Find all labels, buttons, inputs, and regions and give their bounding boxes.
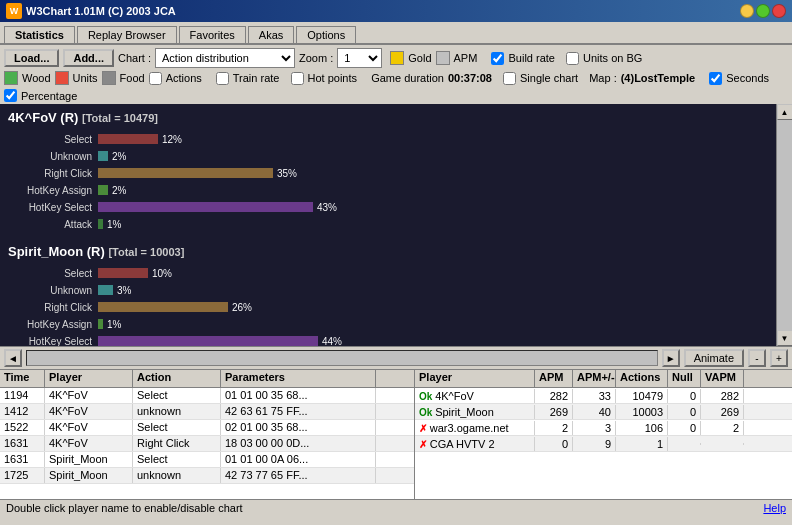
right-table-row[interactable]: Ok 4K^FoV28233104790282: [415, 388, 792, 404]
action-row: Right Click35%: [8, 165, 768, 181]
minimize-button[interactable]: [740, 4, 754, 18]
load-button[interactable]: Load...: [4, 49, 59, 67]
td-parameters: 02 01 00 35 68...: [221, 420, 376, 435]
status-badge: Ok: [419, 407, 435, 418]
actions-checkbox[interactable]: [149, 72, 162, 85]
bar-container: 44%: [98, 335, 768, 346]
window-title: W3Chart 1.01M (C) 2003 JCA: [26, 5, 176, 17]
bar-percent: 3%: [117, 285, 131, 296]
td-player: 4K^FoV: [45, 404, 133, 419]
actions-label: Actions: [166, 72, 202, 84]
right-table-row[interactable]: Ok Spirit_Moon26940100030269: [415, 404, 792, 420]
chart-select[interactable]: Action distribution APM over time Resour…: [155, 48, 295, 68]
player-section: Spirit_Moon (R) [Total = 10003]Select10%…: [8, 244, 768, 346]
units-on-bg-label: Units on BG: [583, 52, 642, 64]
action-row: Unknown2%: [8, 148, 768, 164]
rth-apm: APM: [535, 370, 573, 387]
gold-legend-box: [390, 51, 404, 65]
app-icon: W: [6, 3, 22, 19]
td-time: 1194: [0, 388, 45, 403]
units-on-bg-checkbox[interactable]: [566, 52, 579, 65]
single-chart-label: Single chart: [520, 72, 578, 84]
scroll-up-button[interactable]: ▲: [777, 104, 793, 120]
td-action: Right Click: [133, 436, 221, 451]
wood-label: Wood: [22, 72, 51, 84]
action-label: HotKey Assign: [8, 319, 98, 330]
help-link[interactable]: Help: [763, 502, 786, 514]
zoom-select[interactable]: 1 2 4: [337, 48, 382, 68]
bar-percent: 1%: [107, 319, 121, 330]
tab-favorites[interactable]: Favorites: [179, 26, 246, 43]
gold-label: Gold: [408, 52, 431, 64]
percentage-checkbox[interactable]: [4, 89, 17, 102]
tab-akas[interactable]: Akas: [248, 26, 294, 43]
td-actions: 10003: [616, 405, 668, 419]
bar-percent: 2%: [112, 185, 126, 196]
title-bar-left: W W3Chart 1.01M (C) 2003 JCA: [6, 3, 176, 19]
status-badge: Ok: [419, 391, 435, 402]
train-rate-checkbox[interactable]: [216, 72, 229, 85]
action-row: Select12%: [8, 131, 768, 147]
table-row[interactable]: 11944K^FoVSelect01 01 00 35 68...: [0, 388, 414, 404]
td-apm_pm: 33: [573, 389, 616, 403]
train-rate-label: Train rate: [233, 72, 280, 84]
maximize-button[interactable]: [756, 4, 770, 18]
close-button[interactable]: [772, 4, 786, 18]
title-bar: W W3Chart 1.01M (C) 2003 JCA: [0, 0, 792, 22]
tab-statistics[interactable]: Statistics: [4, 26, 75, 43]
nav-minus-button[interactable]: -: [748, 349, 766, 367]
percentage-label: Percentage: [21, 90, 77, 102]
left-table-body[interactable]: 11944K^FoVSelect01 01 00 35 68...14124K^…: [0, 388, 414, 499]
hot-points-checkbox[interactable]: [291, 72, 304, 85]
rth-null: Null: [668, 370, 701, 387]
table-row[interactable]: 1631Spirit_MoonSelect01 01 00 0A 06...: [0, 452, 414, 468]
td-player: Ok 4K^FoV: [415, 389, 535, 403]
action-row: HotKey Select43%: [8, 199, 768, 215]
bottom-scrollbar[interactable]: [26, 350, 658, 366]
th-action: Action: [133, 370, 221, 387]
map-label: Map :: [589, 72, 617, 84]
tab-options[interactable]: Options: [296, 26, 356, 43]
player-title: Spirit_Moon (R) [Total = 10003]: [8, 244, 768, 259]
title-buttons[interactable]: [740, 4, 786, 18]
right-table-body[interactable]: Ok 4K^FoV28233104790282Ok Spirit_Moon269…: [415, 388, 792, 499]
td-time: 1725: [0, 468, 45, 483]
action-row: Unknown3%: [8, 282, 768, 298]
action-bar: [98, 285, 113, 295]
table-row[interactable]: 1725Spirit_Moonunknown42 73 77 65 FF...: [0, 468, 414, 484]
bar-container: 2%: [98, 184, 768, 196]
action-label: Attack: [8, 219, 98, 230]
add-button[interactable]: Add...: [63, 49, 114, 67]
build-rate-checkbox[interactable]: [491, 52, 504, 65]
data-section: Time Player Action Parameters 11944K^FoV…: [0, 369, 792, 499]
units-label: Units: [73, 72, 98, 84]
td-parameters: 01 01 00 0A 06...: [221, 452, 376, 467]
scroll-left-button[interactable]: ◄: [4, 349, 22, 367]
toolbar: Load... Add... Chart : Action distributi…: [0, 45, 792, 71]
animate-button[interactable]: Animate: [684, 349, 744, 367]
right-table-row[interactable]: ✗ war3.ogame.net2310602: [415, 420, 792, 436]
seconds-checkbox[interactable]: [709, 72, 722, 85]
action-bar: [98, 134, 158, 144]
scroll-right-button[interactable]: ►: [662, 349, 680, 367]
action-row: Attack1%: [8, 216, 768, 232]
table-row[interactable]: 16314K^FoVRight Click18 03 00 00 0D...: [0, 436, 414, 452]
nav-plus-button[interactable]: +: [770, 349, 788, 367]
action-label: Unknown: [8, 151, 98, 162]
action-bar: [98, 151, 108, 161]
scroll-down-button[interactable]: ▼: [777, 330, 793, 346]
status-badge: ✗: [419, 423, 430, 434]
tab-replay-browser[interactable]: Replay Browser: [77, 26, 177, 43]
table-row[interactable]: 14124K^FoVunknown42 63 61 75 FF...: [0, 404, 414, 420]
scroll-track[interactable]: [777, 120, 793, 330]
table-row[interactable]: 15224K^FoVSelect02 01 00 35 68...: [0, 420, 414, 436]
td-player: ✗ war3.ogame.net: [415, 421, 535, 435]
right-table-row[interactable]: ✗ CGA HVTV 2091: [415, 436, 792, 452]
action-bar: [98, 219, 103, 229]
td-apm_pm: 9: [573, 437, 616, 451]
td-player: 4K^FoV: [45, 420, 133, 435]
td-parameters: 01 01 00 35 68...: [221, 388, 376, 403]
td-player: Spirit_Moon: [45, 468, 133, 483]
single-chart-checkbox[interactable]: [503, 72, 516, 85]
action-row: Select10%: [8, 265, 768, 281]
